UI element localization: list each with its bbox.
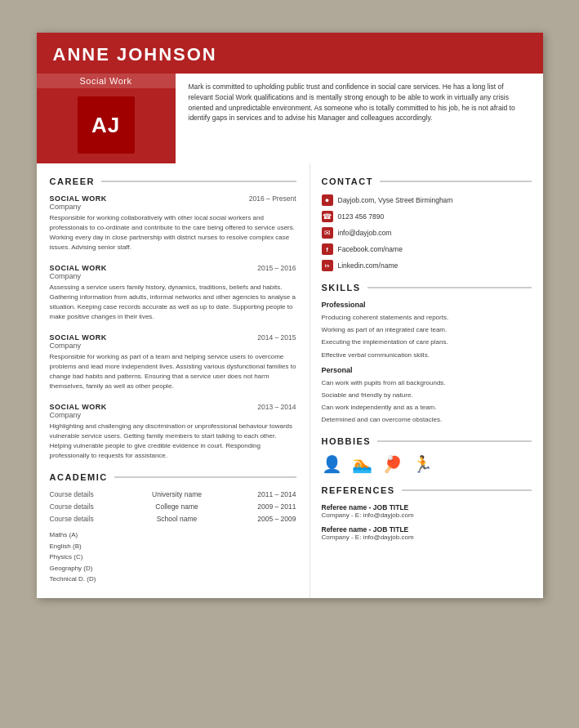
ref-entry-1: Referee name - JOB TITLE Company - E: in…: [322, 503, 532, 519]
academic-years-2: 2009 – 2011: [239, 502, 296, 511]
academic-row-3: Course details School name 2005 – 2009: [50, 515, 296, 523]
subject-2: English (B): [50, 541, 296, 552]
subject-3: Physics (C): [50, 552, 296, 563]
skills-header: SKILLS: [322, 283, 532, 293]
job-company-3: Company: [50, 342, 296, 350]
job-role-4: SOCIAL WORK: [50, 403, 107, 411]
side-column: CONTACT ● Dayjob.com, Vyse Street Birmin…: [310, 163, 543, 598]
contact-facebook: f Facebook.com/name: [322, 243, 532, 255]
job-company-4: Company: [50, 411, 296, 419]
references-header: REFERENCES: [322, 485, 532, 495]
skills-section: SKILLS Professional Producing coherent s…: [322, 283, 532, 425]
academic-name-1: University name: [115, 490, 239, 498]
pers-skill-1: Can work with pupils from all background…: [322, 378, 532, 387]
contact-address: ● Dayjob.com, Vyse Street Birmingham: [322, 194, 532, 206]
job-desc-4: Highlighting and challenging any discrim…: [50, 422, 296, 461]
contact-linkedin-text: Linkedin.com/name: [338, 261, 399, 270]
contact-facebook-text: Facebook.com/name: [338, 245, 403, 253]
main-column: CAREER SOCIAL WORK 2016 – Present Compan…: [37, 163, 310, 598]
ref-detail-1: Company - E: info@dayjob.com: [322, 511, 532, 519]
contact-phone-text: 0123 456 7890: [338, 212, 385, 221]
address-icon: ●: [322, 194, 333, 206]
ref-entry-2: Referee name - JOB TITLE Company - E: in…: [322, 525, 532, 541]
job-dates-1: 2016 – Present: [249, 194, 296, 203]
ref-name-1: Referee name - JOB TITLE: [322, 503, 532, 511]
summary-section: Mark is committed to upholding public tr…: [176, 74, 543, 163]
hobbies-icons: 👤 🏊 🏓 🏃: [322, 454, 532, 474]
job-entry-2: SOCIAL WORK 2015 – 2016 Company Assessin…: [50, 264, 296, 322]
skills-professional-label: Professional: [322, 301, 532, 309]
academic-course-3: Course details: [50, 515, 115, 523]
ref-detail-2: Company - E: info@dayjob.com: [322, 534, 532, 541]
ref-name-2: Referee name - JOB TITLE: [322, 525, 532, 534]
references-title: REFERENCES: [322, 485, 395, 495]
subject-5: Technical D. (D): [50, 574, 296, 585]
hobby-icon-2: 🏊: [352, 454, 372, 474]
subject-4: Geography (D): [50, 563, 296, 574]
subject-1: Maths (A): [50, 529, 296, 541]
job-entry-1: SOCIAL WORK 2016 – Present Company Respo…: [50, 194, 296, 252]
professional-skills-list: Producing coherent statements and report…: [322, 313, 532, 360]
hobbies-header: HOBBIES: [322, 436, 532, 446]
phone-icon: ☎: [322, 211, 333, 222]
job-header-1: SOCIAL WORK 2016 – Present: [50, 194, 296, 203]
job-header-4: SOCIAL WORK 2013 – 2014: [50, 403, 296, 411]
contact-phone: ☎ 0123 456 7890: [322, 211, 532, 222]
academic-years-1: 2011 – 2014: [239, 490, 296, 498]
hobby-icon-4: 🏃: [412, 454, 433, 474]
hobbies-title: HOBBIES: [322, 436, 372, 446]
academic-name-3: School name: [115, 515, 239, 523]
contact-divider: [380, 181, 532, 182]
job-desc-1: Responsible for working collaboratively …: [50, 213, 296, 252]
contact-header: CONTACT: [322, 176, 532, 186]
job-role-1: SOCIAL WORK: [50, 194, 107, 203]
candidate-name: ANNE JOHNSON: [53, 44, 217, 65]
skills-divider: [367, 287, 532, 288]
summary-text: Mark is committed to upholding public tr…: [189, 82, 530, 123]
pers-skill-2: Sociable and friendly by nature.: [322, 391, 532, 400]
contact-linkedin: in Linkedin.com/name: [322, 260, 532, 271]
job-dates-3: 2014 – 2015: [257, 333, 296, 342]
job-header-2: SOCIAL WORK 2015 – 2016: [50, 264, 296, 272]
career-section-header: CAREER: [50, 176, 296, 186]
pro-skill-4: Effective verbal communication skills.: [322, 351, 532, 360]
academic-course-2: Course details: [50, 502, 115, 511]
pers-skill-3: Can work independently and as a team.: [322, 403, 532, 412]
academic-subjects: Maths (A) English (B) Physics (C) Geogra…: [50, 529, 296, 585]
pro-skill-1: Producing coherent statements and report…: [322, 313, 532, 322]
facebook-icon: f: [322, 243, 333, 255]
academic-divider: [114, 476, 296, 478]
hobby-icon-1: 👤: [322, 454, 342, 474]
avatar-area: Social Work AJ: [37, 74, 176, 163]
job-role-2: SOCIAL WORK: [50, 264, 107, 272]
body-area: CAREER SOCIAL WORK 2016 – Present Compan…: [37, 163, 543, 598]
job-dates-2: 2015 – 2016: [257, 264, 296, 272]
academic-course-1: Course details: [50, 490, 115, 498]
academic-row-2: Course details College name 2009 – 2011: [50, 502, 296, 511]
job-desc-3: Responsible for working as part of a tea…: [50, 352, 296, 391]
hobbies-divider: [377, 440, 531, 442]
contact-title: CONTACT: [322, 176, 373, 186]
job-title: Social Work: [37, 74, 176, 88]
career-jobs: SOCIAL WORK 2016 – Present Company Respo…: [50, 194, 296, 461]
contact-address-text: Dayjob.com, Vyse Street Birmingham: [338, 196, 453, 204]
job-header-3: SOCIAL WORK 2014 – 2015: [50, 333, 296, 342]
contact-email-text: info@dayjob.com: [338, 229, 392, 237]
job-entry-3: SOCIAL WORK 2014 – 2015 Company Responsi…: [50, 333, 296, 391]
academic-title: ACADEMIC: [50, 472, 108, 482]
career-divider: [101, 181, 296, 182]
email-icon: ✉: [322, 227, 333, 239]
contact-items: ● Dayjob.com, Vyse Street Birmingham ☎ 0…: [322, 194, 532, 271]
personal-skills-list: Can work with pupils from all background…: [322, 378, 532, 425]
avatar: AJ: [78, 96, 135, 154]
resume-header: ANNE JOHNSON: [37, 33, 543, 74]
skills-personal-label: Personal: [322, 366, 532, 374]
pro-skill-2: Working as part of an integrated care te…: [322, 325, 532, 334]
career-title: CAREER: [50, 176, 95, 186]
avatar-initials: AJ: [91, 113, 120, 138]
skills-title: SKILLS: [322, 283, 361, 293]
academic-section: ACADEMIC Course details University name …: [50, 472, 296, 585]
references-section: REFERENCES Referee name - JOB TITLE Comp…: [322, 485, 532, 541]
academic-header: ACADEMIC: [50, 472, 296, 482]
pers-skill-4: Determined and can overcome obstacles.: [322, 415, 532, 424]
